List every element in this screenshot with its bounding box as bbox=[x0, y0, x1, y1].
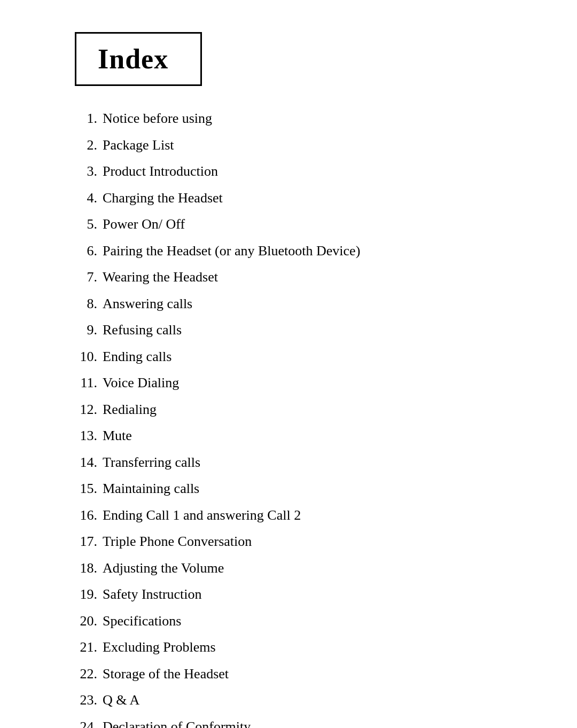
item-label: Refusing calls bbox=[103, 322, 182, 338]
item-label: Excluding Problems bbox=[103, 639, 216, 655]
item-label: Power On/ Off bbox=[103, 216, 185, 232]
item-label: Ending calls bbox=[103, 349, 171, 364]
list-item: 2.Package List bbox=[75, 132, 534, 159]
list-item: 1.Notice before using bbox=[75, 105, 534, 132]
list-item: 23.Q & A bbox=[75, 687, 534, 714]
list-item: 6.Pairing the Headset (or any Bluetooth … bbox=[75, 238, 534, 264]
list-item: 7.Wearing the Headset bbox=[75, 264, 534, 291]
list-item: 13.Mute bbox=[75, 422, 534, 449]
page-title: Index bbox=[98, 43, 168, 75]
item-label: Voice Dialing bbox=[103, 375, 179, 390]
item-label: Adjusting the Volume bbox=[103, 560, 224, 576]
item-label: Wearing the Headset bbox=[103, 269, 218, 285]
list-item: 18.Adjusting the Volume bbox=[75, 555, 534, 582]
list-item: 19.Safety Instruction bbox=[75, 581, 534, 608]
list-item: 14.Transferring calls bbox=[75, 449, 534, 476]
item-number: 7. bbox=[75, 265, 97, 289]
list-item: 3.Product Introduction bbox=[75, 158, 534, 185]
list-item: 16.Ending Call 1 and answering Call 2 bbox=[75, 502, 534, 529]
list-item: 20.Specifications bbox=[75, 608, 534, 635]
list-item: 15.Maintaining calls bbox=[75, 475, 534, 502]
index-list: 1.Notice before using2.Package List3.Pro… bbox=[75, 105, 534, 728]
item-label: Product Introduction bbox=[103, 163, 218, 179]
item-number: 15. bbox=[75, 476, 97, 501]
item-number: 18. bbox=[75, 556, 97, 581]
item-label: Pairing the Headset (or any Bluetooth De… bbox=[103, 243, 360, 259]
item-number: 1. bbox=[75, 106, 97, 131]
item-label: Storage of the Headset bbox=[103, 666, 229, 682]
item-label: Redialing bbox=[103, 402, 157, 417]
item-number: 11. bbox=[75, 371, 97, 395]
list-item: 17.Triple Phone Conversation bbox=[75, 528, 534, 555]
item-number: 22. bbox=[75, 662, 97, 686]
list-item: 12.Redialing bbox=[75, 396, 534, 423]
item-number: 24. bbox=[75, 715, 97, 729]
item-label: Charging the Headset bbox=[103, 190, 223, 206]
item-number: 6. bbox=[75, 239, 97, 263]
item-label: Ending Call 1 and answering Call 2 bbox=[103, 507, 301, 523]
item-label: Safety Instruction bbox=[103, 586, 202, 602]
item-number: 17. bbox=[75, 529, 97, 554]
item-number: 9. bbox=[75, 318, 97, 342]
item-label: Q & A bbox=[103, 692, 139, 708]
item-label: Answering calls bbox=[103, 296, 192, 311]
item-number: 19. bbox=[75, 582, 97, 607]
title-box: Index bbox=[75, 32, 202, 86]
item-label: Mute bbox=[103, 428, 132, 443]
item-number: 2. bbox=[75, 133, 97, 158]
list-item: 8.Answering calls bbox=[75, 291, 534, 317]
list-item: 21.Excluding Problems bbox=[75, 634, 534, 661]
item-number: 5. bbox=[75, 212, 97, 237]
list-item: 22.Storage of the Headset bbox=[75, 661, 534, 687]
item-label: Maintaining calls bbox=[103, 481, 199, 496]
item-number: 12. bbox=[75, 397, 97, 422]
item-label: Transferring calls bbox=[103, 455, 200, 470]
list-item: 11.Voice Dialing bbox=[75, 370, 534, 396]
item-number: 3. bbox=[75, 159, 97, 184]
list-item: 4.Charging the Headset bbox=[75, 185, 534, 212]
item-number: 21. bbox=[75, 635, 97, 660]
list-item: 5.Power On/ Off bbox=[75, 211, 534, 238]
item-label: Package List bbox=[103, 137, 174, 153]
item-number: 20. bbox=[75, 609, 97, 633]
item-number: 16. bbox=[75, 503, 97, 528]
page: Index 1.Notice before using2.Package Lis… bbox=[0, 0, 577, 728]
item-number: 4. bbox=[75, 186, 97, 210]
item-label: Notice before using bbox=[103, 111, 212, 126]
list-item: 10.Ending calls bbox=[75, 343, 534, 370]
item-number: 14. bbox=[75, 450, 97, 475]
item-number: 10. bbox=[75, 345, 97, 369]
item-label: Specifications bbox=[103, 613, 181, 629]
list-item: 9.Refusing calls bbox=[75, 317, 534, 343]
list-item: 24.Declaration of Conformity bbox=[75, 714, 534, 729]
item-number: 13. bbox=[75, 424, 97, 448]
item-number: 8. bbox=[75, 292, 97, 316]
item-number: 23. bbox=[75, 688, 97, 713]
item-label: Declaration of Conformity bbox=[103, 719, 251, 729]
item-label: Triple Phone Conversation bbox=[103, 534, 252, 549]
